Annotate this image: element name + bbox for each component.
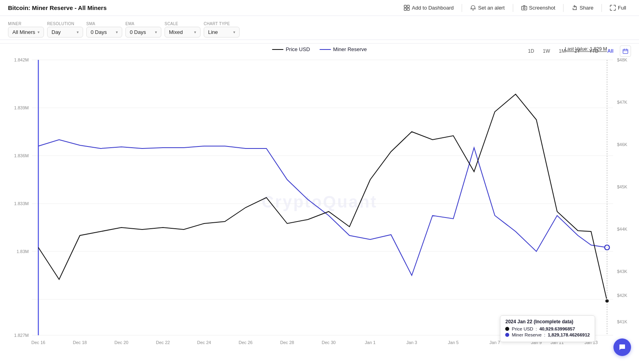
svg-text:Dec 18: Dec 18 [73,340,87,345]
svg-text:$45K: $45K [617,184,627,189]
chevron-down-icon: ▾ [77,30,79,34]
tooltip-reserve-value: 1,829,178.46266912 [548,332,590,337]
resolution-filter-group: Resolution Day ▾ [47,22,83,38]
chart-type-dropdown[interactable]: Line ▾ [204,27,240,38]
share-button[interactable]: Share [567,3,598,13]
fullscreen-icon [610,5,616,11]
price-line [38,94,607,301]
svg-text:1.83M: 1.83M [16,249,29,254]
filter-bar: Miner All Miners ▾ Resolution Day ▾ SMA … [0,16,639,44]
tooltip-box: 2024 Jan 22 (Incomplete data) Price USD:… [500,315,595,342]
svg-text:Dec 24: Dec 24 [197,340,211,345]
tooltip-reserve-dot [505,333,509,337]
svg-text:$42K: $42K [617,293,627,298]
divider-4 [601,4,602,12]
chevron-down-icon: ▾ [116,30,118,34]
svg-text:Dec 16: Dec 16 [32,340,46,345]
reserve-line [38,140,607,275]
divider-2 [513,4,513,12]
svg-text:$46K: $46K [617,142,627,147]
svg-point-5 [523,7,525,9]
resolution-dropdown[interactable]: Day ▾ [47,27,83,38]
camera-icon [521,5,527,11]
chevron-down-icon: ▾ [233,30,235,34]
svg-text:Dec 28: Dec 28 [280,340,294,345]
tooltip-date: 2024 Jan 22 (Incomplete data) [505,319,590,324]
chart-type-filter-group: Chart Type Line ▾ [204,22,240,38]
scale-label: Scale [165,22,200,26]
tooltip-reserve-label: Miner Reserve [512,332,542,337]
miner-dropdown[interactable]: All Miners ▾ [8,27,44,38]
fullscreen-button[interactable]: Full [605,3,631,13]
screenshot-button[interactable]: Screenshot [516,3,560,13]
svg-text:Dec 30: Dec 30 [322,340,336,345]
chat-button[interactable] [613,338,631,356]
svg-text:1.842M: 1.842M [14,57,29,62]
chevron-down-icon: ▾ [155,30,157,34]
bell-icon [470,5,476,11]
page-title: Bitcoin: Miner Reserve - All Miners [8,4,107,11]
set-alert-button[interactable]: Set an alert [465,3,510,13]
svg-rect-2 [404,8,407,10]
tooltip-price-value: 40,929.63996857 [539,326,575,331]
svg-rect-3 [407,8,410,10]
svg-text:Dec 22: Dec 22 [156,340,170,345]
svg-text:1.827M: 1.827M [14,333,29,338]
ema-filter-group: EMA 0 Days ▾ [125,22,161,38]
chart-type-label: Chart Type [204,22,240,26]
sma-filter-group: SMA 0 Days ▾ [86,22,122,38]
svg-text:1.833M: 1.833M [14,201,29,206]
miner-label: Miner [8,22,44,26]
chart-container: CryptoQuant Price USD Miner Reserve Last… [0,40,639,364]
svg-rect-0 [404,5,407,8]
svg-text:Jan 1: Jan 1 [365,340,376,345]
dashboard-icon [404,5,410,11]
svg-text:Jan 5: Jan 5 [448,340,459,345]
svg-text:$48K: $48K [617,57,627,62]
svg-text:$47K: $47K [617,100,627,105]
svg-rect-1 [407,5,410,8]
chat-icon [618,343,626,351]
ema-label: EMA [125,22,161,26]
svg-text:Jan 7: Jan 7 [490,340,500,345]
chart-svg: 1.842M 1.839M 1.836M 1.833M 1.83M 1.827M… [0,40,639,351]
divider-3 [563,4,564,12]
chevron-down-icon: ▾ [38,30,40,34]
tooltip-price-dot [505,327,509,331]
tooltip-price-label: Price USD [512,326,533,331]
tooltip-reserve-row: Miner Reserve: 1,829,178.46266912 [505,332,590,337]
svg-text:$41K: $41K [617,319,627,324]
sma-label: SMA [86,22,122,26]
top-bar-actions: Add to Dashboard Set an alert Screenshot [399,3,631,13]
chevron-down-icon: ▾ [194,30,196,34]
svg-rect-4 [522,6,527,10]
svg-text:1.839M: 1.839M [14,105,29,110]
svg-text:$44K: $44K [617,227,627,231]
svg-text:Dec 20: Dec 20 [115,340,129,345]
svg-text:Dec 26: Dec 26 [239,340,253,345]
divider-1 [462,4,462,12]
tooltip-price-row: Price USD: 40,929.63996857 [505,326,590,331]
svg-text:1.836M: 1.836M [14,153,29,158]
add-to-dashboard-button[interactable]: Add to Dashboard [399,3,458,13]
miner-filter-group: Miner All Miners ▾ [8,22,44,38]
top-bar: Bitcoin: Miner Reserve - All Miners Add … [0,0,639,16]
svg-text:Jan 3: Jan 3 [407,340,417,345]
share-icon [572,5,577,11]
scale-filter-group: Scale Mixed ▾ [165,22,200,38]
resolution-label: Resolution [47,22,83,26]
sma-dropdown[interactable]: 0 Days ▾ [86,27,122,38]
ema-dropdown[interactable]: 0 Days ▾ [125,27,161,38]
svg-text:$43K: $43K [617,269,627,274]
scale-dropdown[interactable]: Mixed ▾ [165,27,200,38]
